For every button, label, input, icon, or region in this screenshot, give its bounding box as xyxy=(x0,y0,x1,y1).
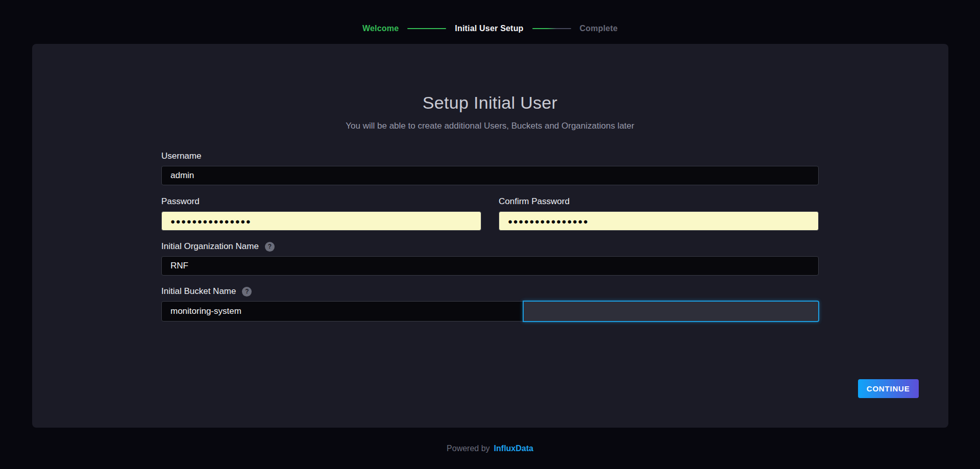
password-row: Password Confirm Password xyxy=(161,196,819,231)
bucket-input-wrap xyxy=(161,301,819,322)
org-label: Initial Organization Name xyxy=(161,241,259,252)
stepper-step-complete[interactable]: Complete xyxy=(580,24,618,33)
page-subtitle: You will be able to create additional Us… xyxy=(32,121,948,131)
setup-panel: Setup Initial User You will be able to c… xyxy=(32,44,948,428)
username-input[interactable] xyxy=(161,166,819,185)
username-field-group: Username xyxy=(161,151,819,185)
org-input[interactable] xyxy=(161,256,819,276)
stepper-connector-welcome xyxy=(407,28,446,29)
confirm-password-field-group: Confirm Password xyxy=(499,196,819,231)
password-field-group: Password xyxy=(161,196,481,231)
stepper-step-initial-user-setup[interactable]: Initial User Setup xyxy=(455,24,523,33)
page-title: Setup Initial User xyxy=(32,44,948,113)
org-help-icon[interactable]: ? xyxy=(265,242,275,252)
bucket-label-row: Initial Bucket Name ? xyxy=(161,286,819,297)
setup-page: Welcome Initial User Setup Complete Setu… xyxy=(0,0,980,469)
password-input[interactable] xyxy=(161,211,481,231)
footer: Powered byInfluxData xyxy=(0,444,980,453)
setup-form: Username Password Confirm Password Initi… xyxy=(161,151,819,322)
powered-by-text: Powered by xyxy=(447,444,490,453)
bucket-help-icon[interactable]: ? xyxy=(242,287,252,297)
stepper-connector-complete xyxy=(532,28,571,29)
confirm-password-label: Confirm Password xyxy=(499,196,570,207)
username-label: Username xyxy=(161,151,201,161)
continue-button[interactable]: CONTINUE xyxy=(858,379,919,398)
setup-stepper: Welcome Initial User Setup Complete xyxy=(0,0,980,33)
influxdata-link[interactable]: InfluxData xyxy=(494,444,533,453)
confirm-password-input[interactable] xyxy=(499,211,819,231)
stepper-step-welcome[interactable]: Welcome xyxy=(362,24,399,33)
org-label-row: Initial Organization Name ? xyxy=(161,241,819,252)
org-field-group: Initial Organization Name ? xyxy=(161,241,819,276)
bucket-label: Initial Bucket Name xyxy=(161,286,236,297)
bucket-input[interactable] xyxy=(161,301,819,322)
password-label: Password xyxy=(161,196,200,207)
bucket-field-group: Initial Bucket Name ? xyxy=(161,286,819,322)
